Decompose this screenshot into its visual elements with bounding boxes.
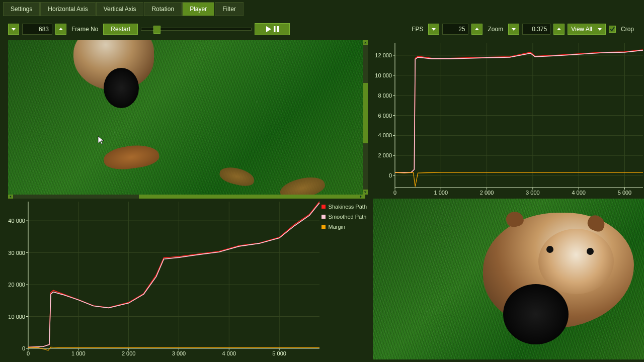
svg-text:4 000: 4 000 xyxy=(222,350,236,356)
tab-bar: SettingsHorizontal AxisVertical AxisRota… xyxy=(0,0,644,16)
stabilized-video[interactable] xyxy=(373,199,644,359)
crop-checkbox[interactable] xyxy=(609,26,616,33)
pause-icon xyxy=(274,26,279,32)
chart-bottom-left: 01 0002 0003 0004 0005 000010 00020 0003… xyxy=(0,199,370,359)
scroll-up-arrow[interactable] xyxy=(363,40,368,45)
slider-thumb[interactable] xyxy=(153,26,160,34)
svg-text:10 000: 10 000 xyxy=(375,72,392,78)
svg-text:20 000: 20 000 xyxy=(8,282,25,288)
legend-label: Margin xyxy=(329,224,346,230)
vertical-scrollbar[interactable] xyxy=(363,40,368,195)
fps-down-button[interactable] xyxy=(428,24,439,35)
frame-up-button[interactable] xyxy=(55,24,66,35)
legend-item: Smoothed Path xyxy=(321,213,367,221)
scrollbar-thumb[interactable] xyxy=(363,83,368,143)
svg-text:8 000: 8 000 xyxy=(378,93,392,99)
restart-button[interactable]: Restart xyxy=(103,24,138,35)
tab-vertical-axis[interactable]: Vertical Axis xyxy=(96,2,144,16)
svg-text:40 000: 40 000 xyxy=(8,218,25,224)
zoom-label: Zoom xyxy=(486,26,505,33)
legend-swatch xyxy=(321,225,326,229)
legend-label: Smoothed Path xyxy=(329,214,367,220)
scroll-down-arrow[interactable] xyxy=(363,190,368,195)
chart-top-right: 01 0002 0003 0004 0005 00002 0004 0006 0… xyxy=(370,40,644,199)
svg-text:0: 0 xyxy=(27,350,30,356)
svg-text:0: 0 xyxy=(393,190,396,196)
svg-text:3 000: 3 000 xyxy=(526,190,540,196)
svg-text:6 000: 6 000 xyxy=(378,113,392,119)
toolbar: 683 Frame No Restart FPS 25 Zoom 0.375 V… xyxy=(0,16,644,40)
zoom-input[interactable]: 0.375 xyxy=(522,24,550,35)
crop-label: Crop xyxy=(619,26,636,33)
fps-up-button[interactable] xyxy=(471,24,482,35)
svg-text:5 000: 5 000 xyxy=(618,190,632,196)
zoom-down-button[interactable] xyxy=(508,24,519,35)
tab-filter[interactable]: Filter xyxy=(215,2,244,16)
cursor-icon xyxy=(98,136,105,145)
tab-rotation[interactable]: Rotation xyxy=(144,2,182,16)
original-video-viewport xyxy=(0,40,370,199)
play-icon xyxy=(266,26,272,32)
frame-number-input[interactable]: 683 xyxy=(22,24,52,35)
tab-horizontal-axis[interactable]: Horizontal Axis xyxy=(40,2,95,16)
play-pause-button[interactable] xyxy=(255,23,290,35)
frame-down-button[interactable] xyxy=(8,24,19,35)
tab-settings[interactable]: Settings xyxy=(3,2,40,16)
legend-swatch xyxy=(321,215,326,219)
tab-player[interactable]: Player xyxy=(182,2,214,16)
frame-number-label: Frame No xyxy=(69,26,100,33)
svg-text:2 000: 2 000 xyxy=(480,190,494,196)
legend-item: Shakiness Path xyxy=(321,203,367,211)
fps-label: FPS xyxy=(410,26,425,33)
scrollbar-thumb[interactable] xyxy=(139,195,365,199)
svg-text:4 000: 4 000 xyxy=(378,132,392,138)
svg-text:2 000: 2 000 xyxy=(378,152,392,158)
svg-text:0: 0 xyxy=(389,172,392,178)
svg-text:4 000: 4 000 xyxy=(572,190,586,196)
scroll-left-arrow[interactable] xyxy=(8,195,13,199)
svg-text:30 000: 30 000 xyxy=(8,250,25,256)
svg-text:10 000: 10 000 xyxy=(8,314,25,320)
chevron-down-icon xyxy=(597,27,602,32)
svg-rect-0 xyxy=(274,26,276,32)
stabilized-preview xyxy=(370,199,644,359)
svg-text:3 000: 3 000 xyxy=(172,350,186,356)
svg-rect-1 xyxy=(277,26,279,32)
zoom-up-button[interactable] xyxy=(553,24,565,35)
svg-text:12 000: 12 000 xyxy=(375,52,392,58)
fps-input[interactable]: 25 xyxy=(442,24,468,35)
legend-swatch xyxy=(321,205,326,209)
playback-slider[interactable] xyxy=(141,28,252,31)
legend-item: Margin xyxy=(321,223,367,231)
svg-text:2 000: 2 000 xyxy=(122,350,136,356)
chart-legend: Shakiness PathSmoothed PathMargin xyxy=(321,201,367,233)
svg-text:1 000: 1 000 xyxy=(71,350,86,356)
viewmode-select[interactable]: View All xyxy=(568,24,606,35)
svg-text:5 000: 5 000 xyxy=(272,350,286,356)
horizontal-scrollbar[interactable] xyxy=(8,195,363,199)
scroll-right-arrow[interactable] xyxy=(358,195,363,199)
svg-text:1 000: 1 000 xyxy=(434,190,448,196)
legend-label: Shakiness Path xyxy=(329,204,367,210)
original-video[interactable] xyxy=(8,40,363,195)
svg-text:0: 0 xyxy=(22,345,25,351)
